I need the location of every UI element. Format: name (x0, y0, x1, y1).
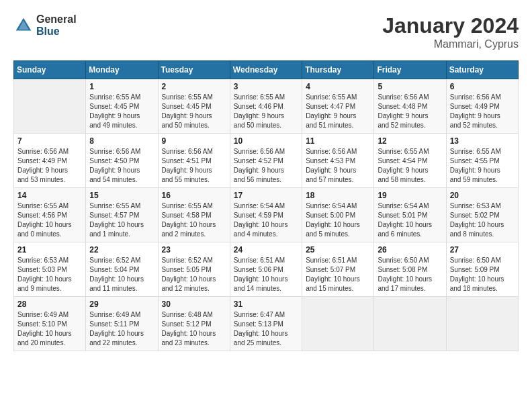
calendar-cell: 26Sunrise: 6:50 AM Sunset: 5:08 PM Dayli… (374, 242, 446, 297)
calendar-cell: 1Sunrise: 6:55 AM Sunset: 4:45 PM Daylig… (86, 79, 158, 134)
calendar-cell: 25Sunrise: 6:51 AM Sunset: 5:07 PM Dayli… (302, 242, 374, 297)
day-info: Sunrise: 6:50 AM Sunset: 5:09 PM Dayligh… (450, 256, 515, 293)
day-info: Sunrise: 6:54 AM Sunset: 5:00 PM Dayligh… (306, 201, 370, 239)
day-info: Sunrise: 6:55 AM Sunset: 4:58 PM Dayligh… (162, 201, 226, 239)
calendar-title: January 2024 (382, 13, 519, 38)
day-info: Sunrise: 6:55 AM Sunset: 4:57 PM Dayligh… (89, 201, 154, 239)
calendar-cell: 8Sunrise: 6:56 AM Sunset: 4:50 PM Daylig… (86, 134, 158, 188)
day-number: 16 (162, 191, 226, 200)
day-number: 22 (89, 245, 154, 255)
day-info: Sunrise: 6:50 AM Sunset: 5:08 PM Dayligh… (378, 256, 442, 293)
calendar-week-row: 21Sunrise: 6:53 AM Sunset: 5:03 PM Dayli… (14, 242, 519, 297)
day-number: 6 (450, 82, 515, 91)
calendar-cell: 14Sunrise: 6:55 AM Sunset: 4:56 PM Dayli… (14, 188, 86, 242)
day-info: Sunrise: 6:47 AM Sunset: 5:13 PM Dayligh… (234, 310, 298, 348)
calendar-header-row: SundayMondayTuesdayWednesdayThursdayFrid… (14, 61, 519, 79)
day-number: 30 (162, 300, 226, 309)
day-info: Sunrise: 6:56 AM Sunset: 4:53 PM Dayligh… (306, 147, 370, 185)
header-saturday: Saturday (446, 61, 518, 79)
day-info: Sunrise: 6:55 AM Sunset: 4:47 PM Dayligh… (306, 93, 370, 130)
day-number: 21 (17, 245, 82, 255)
day-info: Sunrise: 6:56 AM Sunset: 4:48 PM Dayligh… (378, 93, 442, 130)
calendar-cell: 30Sunrise: 6:48 AM Sunset: 5:12 PM Dayli… (158, 297, 230, 351)
calendar-cell: 2Sunrise: 6:55 AM Sunset: 4:45 PM Daylig… (158, 79, 230, 134)
day-number: 28 (17, 300, 82, 309)
day-number: 24 (234, 245, 298, 255)
calendar-cell: 28Sunrise: 6:49 AM Sunset: 5:10 PM Dayli… (14, 297, 86, 351)
day-info: Sunrise: 6:54 AM Sunset: 5:01 PM Dayligh… (378, 201, 442, 239)
day-info: Sunrise: 6:56 AM Sunset: 4:49 PM Dayligh… (450, 93, 515, 130)
logo-icon (13, 15, 34, 36)
calendar-cell: 9Sunrise: 6:56 AM Sunset: 4:51 PM Daylig… (158, 134, 230, 188)
calendar-cell (302, 297, 374, 351)
day-number: 26 (378, 245, 442, 255)
day-number: 10 (234, 136, 298, 146)
logo-blue-text: Blue (36, 26, 77, 38)
day-number: 31 (234, 300, 298, 309)
day-info: Sunrise: 6:55 AM Sunset: 4:55 PM Dayligh… (450, 147, 515, 185)
day-info: Sunrise: 6:56 AM Sunset: 4:52 PM Dayligh… (234, 147, 298, 185)
calendar-week-row: 1Sunrise: 6:55 AM Sunset: 4:45 PM Daylig… (14, 79, 519, 134)
day-number: 13 (450, 136, 515, 146)
day-info: Sunrise: 6:55 AM Sunset: 4:54 PM Dayligh… (378, 147, 442, 185)
day-info: Sunrise: 6:51 AM Sunset: 5:06 PM Dayligh… (234, 256, 298, 293)
day-number: 7 (17, 136, 82, 146)
day-number: 23 (162, 245, 226, 255)
day-number: 27 (450, 245, 515, 255)
day-info: Sunrise: 6:49 AM Sunset: 5:10 PM Dayligh… (17, 310, 82, 348)
calendar-cell: 12Sunrise: 6:55 AM Sunset: 4:54 PM Dayli… (374, 134, 446, 188)
calendar-cell: 13Sunrise: 6:55 AM Sunset: 4:55 PM Dayli… (446, 134, 518, 188)
calendar-cell: 21Sunrise: 6:53 AM Sunset: 5:03 PM Dayli… (14, 242, 86, 297)
header-sunday: Sunday (14, 61, 86, 79)
day-info: Sunrise: 6:56 AM Sunset: 4:50 PM Dayligh… (89, 147, 154, 185)
calendar-cell: 5Sunrise: 6:56 AM Sunset: 4:48 PM Daylig… (374, 79, 446, 134)
day-info: Sunrise: 6:48 AM Sunset: 5:12 PM Dayligh… (162, 310, 226, 348)
calendar-cell: 31Sunrise: 6:47 AM Sunset: 5:13 PM Dayli… (230, 297, 302, 351)
calendar-cell: 6Sunrise: 6:56 AM Sunset: 4:49 PM Daylig… (446, 79, 518, 134)
day-number: 2 (162, 82, 226, 91)
day-number: 8 (89, 136, 154, 146)
day-info: Sunrise: 6:55 AM Sunset: 4:46 PM Dayligh… (234, 93, 298, 130)
calendar-cell: 20Sunrise: 6:53 AM Sunset: 5:02 PM Dayli… (446, 188, 518, 242)
calendar-week-row: 14Sunrise: 6:55 AM Sunset: 4:56 PM Dayli… (14, 188, 519, 242)
calendar-cell: 24Sunrise: 6:51 AM Sunset: 5:06 PM Dayli… (230, 242, 302, 297)
calendar-cell: 10Sunrise: 6:56 AM Sunset: 4:52 PM Dayli… (230, 134, 302, 188)
calendar-cell: 15Sunrise: 6:55 AM Sunset: 4:57 PM Dayli… (86, 188, 158, 242)
day-info: Sunrise: 6:52 AM Sunset: 5:05 PM Dayligh… (162, 256, 226, 293)
logo-general-text: General (36, 13, 77, 26)
day-number: 18 (306, 191, 370, 200)
day-info: Sunrise: 6:55 AM Sunset: 4:45 PM Dayligh… (162, 93, 226, 130)
header-friday: Friday (374, 61, 446, 79)
day-number: 19 (378, 191, 442, 200)
header-wednesday: Wednesday (230, 61, 302, 79)
calendar-cell: 11Sunrise: 6:56 AM Sunset: 4:53 PM Dayli… (302, 134, 374, 188)
day-number: 1 (89, 82, 154, 91)
day-info: Sunrise: 6:52 AM Sunset: 5:04 PM Dayligh… (89, 256, 154, 293)
day-info: Sunrise: 6:49 AM Sunset: 5:11 PM Dayligh… (89, 310, 154, 348)
day-info: Sunrise: 6:56 AM Sunset: 4:51 PM Dayligh… (162, 147, 226, 185)
day-info: Sunrise: 6:56 AM Sunset: 4:49 PM Dayligh… (17, 147, 82, 185)
day-number: 11 (306, 136, 370, 146)
day-number: 15 (89, 191, 154, 200)
calendar-cell: 16Sunrise: 6:55 AM Sunset: 4:58 PM Dayli… (158, 188, 230, 242)
day-number: 9 (162, 136, 226, 146)
day-number: 14 (17, 191, 82, 200)
header-thursday: Thursday (302, 61, 374, 79)
day-number: 29 (89, 300, 154, 309)
day-info: Sunrise: 6:55 AM Sunset: 4:45 PM Dayligh… (89, 93, 154, 130)
calendar-cell: 7Sunrise: 6:56 AM Sunset: 4:49 PM Daylig… (14, 134, 86, 188)
header-monday: Monday (86, 61, 158, 79)
day-number: 12 (378, 136, 442, 146)
day-number: 25 (306, 245, 370, 255)
day-info: Sunrise: 6:51 AM Sunset: 5:07 PM Dayligh… (306, 256, 370, 293)
calendar-cell: 19Sunrise: 6:54 AM Sunset: 5:01 PM Dayli… (374, 188, 446, 242)
calendar-cell: 18Sunrise: 6:54 AM Sunset: 5:00 PM Dayli… (302, 188, 374, 242)
day-info: Sunrise: 6:54 AM Sunset: 4:59 PM Dayligh… (234, 201, 298, 239)
calendar-cell: 23Sunrise: 6:52 AM Sunset: 5:05 PM Dayli… (158, 242, 230, 297)
day-number: 3 (234, 82, 298, 91)
header-tuesday: Tuesday (158, 61, 230, 79)
calendar-cell (14, 79, 86, 134)
day-number: 20 (450, 191, 515, 200)
day-info: Sunrise: 6:55 AM Sunset: 4:56 PM Dayligh… (17, 201, 82, 239)
title-block: January 2024 Mammari, Cyprus (382, 13, 519, 50)
